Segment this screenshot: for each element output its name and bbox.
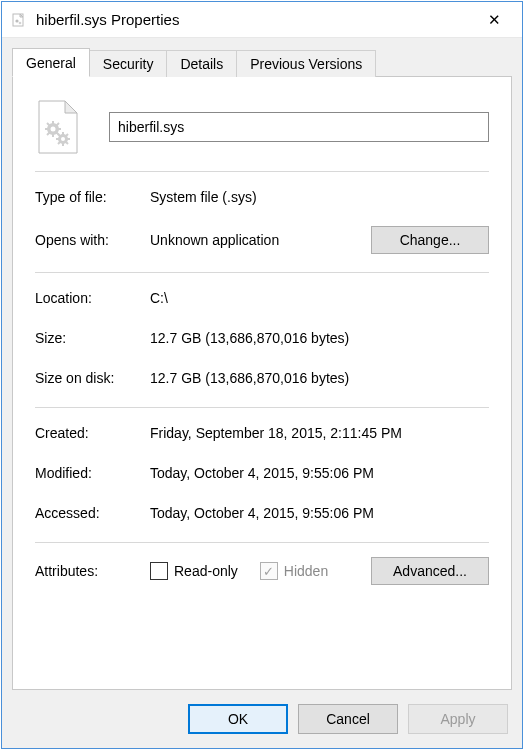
separator	[35, 272, 489, 273]
size-label: Size:	[35, 330, 150, 346]
opens-with-value: Unknown application	[150, 232, 371, 248]
row-accessed: Accessed: Today, October 4, 2015, 9:55:0…	[35, 502, 489, 524]
tab-details[interactable]: Details	[166, 50, 237, 77]
properties-window: hiberfil.sys Properties ✕ General Securi…	[1, 1, 523, 749]
hidden-checkbox: ✓ Hidden	[260, 562, 328, 580]
close-icon: ✕	[488, 11, 501, 29]
file-icon	[37, 99, 81, 155]
accessed-value: Today, October 4, 2015, 9:55:06 PM	[150, 505, 489, 521]
change-button[interactable]: Change...	[371, 226, 489, 254]
created-value: Friday, September 18, 2015, 2:11:45 PM	[150, 425, 489, 441]
tab-general[interactable]: General	[12, 48, 90, 77]
separator	[35, 542, 489, 543]
tab-panel-general: Type of file: System file (.sys) Opens w…	[12, 76, 512, 690]
separator	[35, 407, 489, 408]
svg-point-1	[15, 19, 18, 22]
type-label: Type of file:	[35, 189, 150, 205]
readonly-checkbox[interactable]: Read-only	[150, 562, 238, 580]
file-header-row	[35, 99, 489, 155]
row-opens-with: Opens with: Unknown application Change..…	[35, 226, 489, 254]
row-location: Location: C:\	[35, 287, 489, 309]
tab-security[interactable]: Security	[89, 50, 168, 77]
window-title: hiberfil.sys Properties	[36, 11, 474, 28]
accessed-label: Accessed:	[35, 505, 150, 521]
apply-button: Apply	[408, 704, 508, 734]
created-label: Created:	[35, 425, 150, 441]
opens-with-label: Opens with:	[35, 232, 150, 248]
tab-strip: General Security Details Previous Versio…	[12, 46, 512, 76]
separator	[35, 171, 489, 172]
size-on-disk-label: Size on disk:	[35, 370, 150, 386]
modified-value: Today, October 4, 2015, 9:55:06 PM	[150, 465, 489, 481]
window-icon	[10, 11, 28, 29]
ok-button[interactable]: OK	[188, 704, 288, 734]
location-value: C:\	[150, 290, 489, 306]
tab-previous-versions[interactable]: Previous Versions	[236, 50, 376, 77]
size-on-disk-value: 12.7 GB (13,686,870,016 bytes)	[150, 370, 489, 386]
close-button[interactable]: ✕	[474, 5, 514, 35]
row-type: Type of file: System file (.sys)	[35, 186, 489, 208]
hidden-label: Hidden	[284, 563, 328, 579]
type-value: System file (.sys)	[150, 189, 489, 205]
row-size: Size: 12.7 GB (13,686,870,016 bytes)	[35, 327, 489, 349]
checkbox-icon	[150, 562, 168, 580]
checkbox-icon: ✓	[260, 562, 278, 580]
modified-label: Modified:	[35, 465, 150, 481]
readonly-label: Read-only	[174, 563, 238, 579]
titlebar: hiberfil.sys Properties ✕	[2, 2, 522, 38]
row-modified: Modified: Today, October 4, 2015, 9:55:0…	[35, 462, 489, 484]
attributes-label: Attributes:	[35, 563, 150, 579]
filename-input[interactable]	[109, 112, 489, 142]
cancel-button[interactable]: Cancel	[298, 704, 398, 734]
row-created: Created: Friday, September 18, 2015, 2:1…	[35, 422, 489, 444]
client-area: General Security Details Previous Versio…	[2, 38, 522, 748]
svg-point-2	[19, 21, 22, 24]
dialog-buttons: OK Cancel Apply	[12, 690, 512, 738]
row-attributes: Attributes: Read-only ✓ Hidden Advanced.…	[35, 557, 489, 585]
size-value: 12.7 GB (13,686,870,016 bytes)	[150, 330, 489, 346]
svg-point-16	[61, 137, 65, 141]
location-label: Location:	[35, 290, 150, 306]
svg-marker-4	[65, 101, 77, 113]
row-size-on-disk: Size on disk: 12.7 GB (13,686,870,016 by…	[35, 367, 489, 389]
advanced-button[interactable]: Advanced...	[371, 557, 489, 585]
svg-point-15	[51, 127, 56, 132]
